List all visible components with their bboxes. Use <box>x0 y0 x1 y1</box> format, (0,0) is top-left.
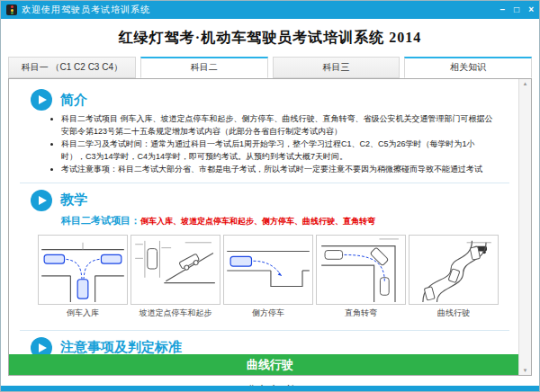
intro-bullet: 考试注意事项：科目二考试大部分省、市都是电子考试，所以考试时一定要注意不要因为稍… <box>61 164 499 176</box>
card-side-parking[interactable]: 侧方停车 侧方停车 <box>223 235 313 319</box>
tab-subject3[interactable]: 科目三 <box>273 57 400 78</box>
curve-driving-diagram[interactable] <box>409 235 499 305</box>
tab-bar: 科目一 （C1 C2 C3 C4） 科目二 科目三 相关知识 <box>8 57 532 78</box>
subject2-items-label: 科目二考试项目： <box>61 215 140 226</box>
section-divider <box>20 330 509 331</box>
close-button[interactable]: × <box>528 4 534 15</box>
card-caption: 倒车入库 <box>38 307 128 319</box>
card-caption: 侧方停车 <box>223 307 313 319</box>
section-divider <box>20 183 509 183</box>
minimize-button[interactable]: – <box>500 4 506 15</box>
page-title: 红绿灯驾考·机动车驾驶员考试培训系统 2014 <box>1 29 539 48</box>
content-panel: 简介 科目二考试项目 倒车入库、坡道定点停车和起步、侧方停车、曲线行驶、直角转弯… <box>8 78 532 376</box>
titlebar: 欢迎使用驾驶员考试培训系统 – □ × <box>1 1 539 19</box>
intro-bullet-list: 科目二考试项目 倒车入库、坡道定点停车和起步、侧方停车、曲线行驶、直角转弯、省级… <box>61 113 499 176</box>
hill-start-diagram[interactable] <box>130 235 220 305</box>
card-caption: 坡道定点停车和起步 <box>130 307 220 319</box>
subject2-items-list: 倒车入库、坡道定点停车和起步、侧方停车、曲线行驶、直角转弯 <box>140 217 375 226</box>
card-caption: 直角转弯 <box>316 307 406 319</box>
vertical-scrollbar[interactable]: ▲ ▼ <box>518 79 531 375</box>
play-icon <box>31 190 52 211</box>
teaching-heading: 教学 <box>60 192 87 209</box>
card-hill-start[interactable]: 坡道定点停车和起步 坡道定点停车和起步 <box>130 235 220 319</box>
bottom-accent-bar <box>1 386 539 391</box>
exam-item-cards: 倒车入库 倒车入库 <box>38 235 499 319</box>
card-right-angle-turn[interactable]: 直角转弯 直角转弯 <box>316 235 406 319</box>
card-curve-driving[interactable]: 曲线行驶 曲线行驶 <box>409 235 499 319</box>
curve-driving-button[interactable]: 曲线行驶 <box>9 354 531 375</box>
play-icon <box>31 89 52 111</box>
maximize-button[interactable]: □ <box>514 4 519 15</box>
scroll-up-icon[interactable]: ▲ <box>523 81 528 86</box>
intro-section-header: 简介 <box>31 89 511 111</box>
tab-related-knowledge[interactable]: 相关知识 <box>404 57 532 78</box>
teaching-section-header: 教学 <box>31 190 511 211</box>
intro-heading: 简介 <box>60 92 87 109</box>
app-window: { "window": { "titlebar": { "title": "欢迎… <box>0 0 540 392</box>
traffic-light-icon <box>6 4 17 15</box>
subject2-items-line: 科目二考试项目：倒车入库、坡道定点停车和起步、侧方停车、曲线行驶、直角转弯 <box>61 214 511 227</box>
card-caption: 曲线行驶 <box>409 307 499 319</box>
scroll-down-icon[interactable]: ▼ <box>523 368 528 373</box>
reverse-parking-diagram[interactable] <box>38 235 128 305</box>
window-title: 欢迎使用驾驶员考试培训系统 <box>22 4 500 16</box>
tab-subject2[interactable]: 科目二 <box>140 57 268 78</box>
intro-bullet: 科目二考试项目 倒车入库、坡道定点停车和起步、侧方停车、曲线行驶、直角转弯、省级… <box>61 113 499 138</box>
side-parking-diagram[interactable] <box>223 235 313 305</box>
intro-bullet: 科目二学习及考试时间：通常为通过科目一考试后1周开始学习，整个学习过程C1、C2… <box>61 138 499 163</box>
tab-subject1[interactable]: 科目一 （C1 C2 C3 C4） <box>8 57 136 78</box>
right-angle-turn-diagram[interactable] <box>316 235 406 305</box>
card-reverse-parking[interactable]: 倒车入库 倒车入库 <box>38 235 128 319</box>
